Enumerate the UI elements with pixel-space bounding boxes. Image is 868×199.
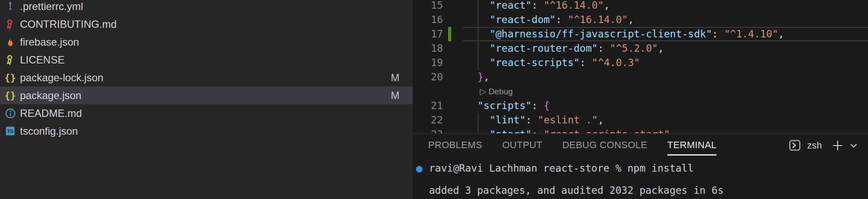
- prettier-icon: !: [4, 0, 16, 12]
- code-line[interactable]: 17 "@harnessio/ff-javascript-client-sdk"…: [413, 27, 868, 41]
- info-icon: [4, 107, 16, 119]
- file-row[interactable]: LICENSE: [0, 51, 413, 69]
- new-terminal-button[interactable]: [832, 140, 843, 151]
- file-name-label: README.md: [20, 107, 82, 119]
- file-list: !.prettierrc.ymlCONTRIBUTING.mdfirebase.…: [0, 0, 413, 140]
- line-number[interactable]: 15: [413, 0, 443, 13]
- file-row[interactable]: CONTRIBUTING.md: [0, 15, 413, 33]
- panel-controls: zsh: [789, 139, 858, 151]
- code-text: "react": "^16.14.0",: [465, 0, 610, 13]
- file-name-label: package.json: [20, 90, 81, 102]
- panel-tab-bar: PROBLEMSOUTPUTDEBUG CONSOLETERMINAL: [428, 134, 716, 156]
- file-name-label: tsconfig.json: [20, 125, 78, 137]
- code-line[interactable]: 19 "react-scripts": "^4.0.3": [413, 56, 868, 70]
- bottom-panel: PROBLEMSOUTPUTDEBUG CONSOLETERMINAL zsh …: [413, 133, 868, 199]
- file-row[interactable]: TStsconfig.json: [0, 122, 413, 140]
- code-text: "scripts": {: [465, 99, 550, 113]
- code-text: "lint": "eslint .",: [465, 113, 604, 127]
- terminal-output-line: added 3 packages, and audited 2032 packa…: [429, 185, 724, 196]
- code-line[interactable]: 23 "start": "react-scripts start": [413, 127, 868, 133]
- line-number[interactable]: 19: [413, 56, 443, 70]
- line-number[interactable]: 23: [413, 127, 443, 133]
- svg-text:TS: TS: [7, 129, 13, 134]
- code-line[interactable]: 15 "react": "^16.14.0",: [413, 0, 868, 13]
- line-number[interactable]: 21: [413, 99, 443, 113]
- shell-name-label[interactable]: zsh: [807, 140, 822, 151]
- terminal-dropdown-chevron-icon[interactable]: [850, 142, 858, 149]
- code-line[interactable]: 21 "scripts": {: [413, 99, 868, 113]
- gutter-added-change-marker[interactable]: [448, 27, 451, 41]
- explorer-panel: !.prettierrc.ymlCONTRIBUTING.mdfirebase.…: [0, 0, 413, 199]
- file-name-label: LICENSE: [20, 54, 65, 66]
- file-row[interactable]: firebase.json: [0, 33, 413, 51]
- code-line[interactable]: 22 "lint": "eslint .",: [413, 113, 868, 127]
- code-line[interactable]: 18 "react-router-dom": "^5.2.0",: [413, 41, 868, 56]
- terminal-shell-icon[interactable]: [789, 139, 801, 151]
- code-text: "react-dom": "^16.14.0",: [465, 13, 634, 27]
- line-number[interactable]: 17: [413, 27, 443, 41]
- vscode-window: !.prettierrc.ymlCONTRIBUTING.mdfirebase.…: [0, 0, 868, 199]
- code-text: },: [465, 70, 489, 84]
- file-row[interactable]: {}package-lock.jsonM: [0, 69, 413, 86]
- code-text: "react-router-dom": "^5.2.0",: [465, 41, 664, 56]
- panel-tab-debug-console[interactable]: DEBUG CONSOLE: [562, 139, 647, 151]
- file-row[interactable]: README.md: [0, 104, 413, 122]
- terminal-command-decoration[interactable]: [416, 166, 422, 172]
- panel-tab-output[interactable]: OUTPUT: [502, 139, 542, 151]
- file-name-label: .prettierrc.yml: [20, 0, 83, 13]
- json-icon: {}: [4, 90, 16, 101]
- file-name-label: firebase.json: [20, 36, 79, 48]
- json-icon: {}: [4, 72, 16, 83]
- code-text: "start": "react-scripts start": [465, 127, 670, 133]
- ribbon-icon: [4, 18, 16, 30]
- file-name-label: CONTRIBUTING.md: [20, 18, 117, 30]
- terminal-prompt-line: ravi@Ravi Lachhman react-store % npm ins…: [429, 163, 693, 174]
- git-modified-badge: M: [387, 90, 403, 102]
- code-line[interactable]: 16 "react-dom": "^16.14.0",: [413, 13, 868, 27]
- code-text: "@harnessio/ff-javascript-client-sdk": "…: [465, 27, 784, 41]
- code-text: "react-scripts": "^4.0.3": [465, 56, 640, 70]
- code-line[interactable]: 20 },: [413, 70, 868, 84]
- line-number[interactable]: 16: [413, 13, 443, 27]
- file-row[interactable]: !.prettierrc.yml: [0, 0, 413, 15]
- git-modified-badge: M: [387, 72, 403, 84]
- file-row[interactable]: {}package.jsonM: [0, 86, 413, 104]
- editor-pane[interactable]: 15 "react": "^16.14.0",16 "react-dom": "…: [413, 0, 868, 133]
- panel-tab-terminal[interactable]: TERMINAL: [667, 139, 717, 151]
- codelens-debug-link[interactable]: ▷ Debug: [480, 84, 513, 99]
- typescript-icon: TS: [4, 125, 16, 137]
- ribbon-icon: [4, 54, 16, 66]
- line-number[interactable]: 20: [413, 70, 443, 84]
- firebase-icon: [4, 36, 16, 48]
- line-number[interactable]: 18: [413, 41, 443, 56]
- file-name-label: package-lock.json: [20, 72, 103, 84]
- line-number[interactable]: 22: [413, 113, 443, 127]
- panel-tab-problems[interactable]: PROBLEMS: [428, 139, 482, 151]
